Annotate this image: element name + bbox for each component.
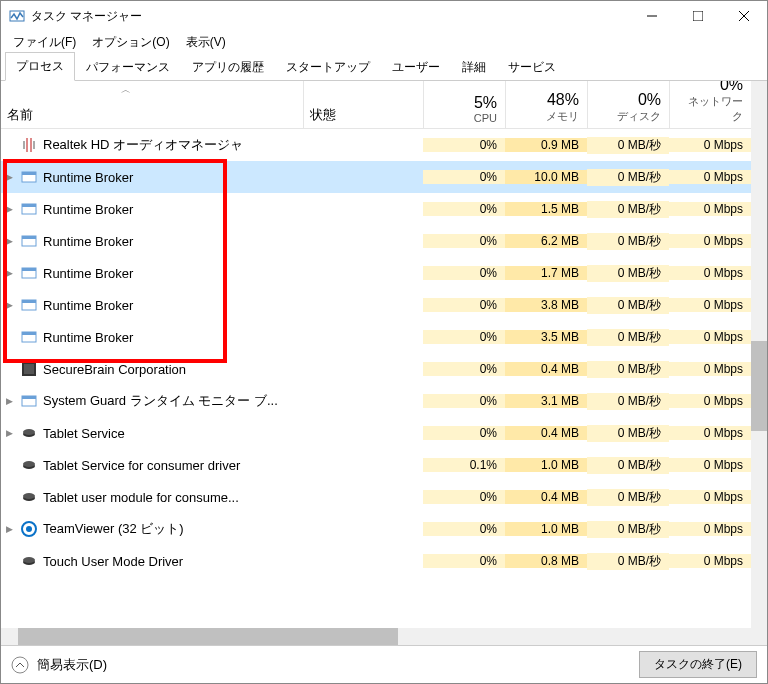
scrollbar-thumb[interactable]	[751, 341, 767, 431]
process-list[interactable]: Realtek HD オーディオマネージャ0%0.9 MB0 MB/秒0 Mbp…	[1, 129, 751, 628]
expand-icon[interactable]: ▶	[1, 236, 17, 246]
process-row[interactable]: SecureBrain Corporation0%0.4 MB0 MB/秒0 M…	[1, 353, 751, 385]
scrollbar-thumb[interactable]	[18, 628, 398, 645]
menu-options[interactable]: オプション(O)	[86, 32, 175, 53]
memory-cell: 10.0 MB	[505, 170, 587, 184]
column-status[interactable]: 状態	[303, 81, 423, 128]
cpu-cell: 0%	[423, 202, 505, 216]
tab-users[interactable]: ユーザー	[381, 53, 451, 81]
expand-icon[interactable]: ▶	[1, 204, 17, 214]
process-icon	[21, 553, 37, 569]
process-name: Runtime Broker	[43, 202, 303, 217]
network-cell: 0 Mbps	[669, 394, 751, 408]
expand-icon[interactable]: ▶	[1, 172, 17, 182]
process-name: Runtime Broker	[43, 330, 303, 345]
process-icon	[21, 457, 37, 473]
process-icon	[21, 201, 37, 217]
process-name: Touch User Mode Driver	[43, 554, 303, 569]
column-network[interactable]: 0%ネットワーク	[669, 81, 751, 128]
collapse-icon[interactable]	[11, 656, 29, 674]
process-icon	[21, 361, 37, 377]
expand-icon[interactable]: ▶	[1, 268, 17, 278]
cpu-cell: 0%	[423, 330, 505, 344]
cpu-cell: 0%	[423, 426, 505, 440]
svg-rect-10	[22, 172, 36, 175]
process-icon	[21, 425, 37, 441]
column-disk[interactable]: 0%ディスク	[587, 81, 669, 128]
memory-cell: 6.2 MB	[505, 234, 587, 248]
process-name: Runtime Broker	[43, 266, 303, 281]
network-cell: 0 Mbps	[669, 170, 751, 184]
tab-startup[interactable]: スタートアップ	[275, 53, 381, 81]
svg-rect-2	[693, 11, 703, 21]
process-name: TeamViewer (32 ビット)	[43, 520, 303, 538]
title-bar[interactable]: タスク マネージャー	[1, 1, 767, 31]
end-task-button[interactable]: タスクの終了(E)	[639, 651, 757, 678]
tab-details[interactable]: 詳細	[451, 53, 497, 81]
expand-icon[interactable]: ▶	[1, 396, 17, 406]
process-row[interactable]: ▶Runtime Broker0%1.7 MB0 MB/秒0 Mbps	[1, 257, 751, 289]
memory-cell: 0.4 MB	[505, 426, 587, 440]
disk-cell: 0 MB/秒	[587, 521, 669, 538]
memory-cell: 0.9 MB	[505, 138, 587, 152]
column-name[interactable]: 名前	[1, 81, 303, 128]
process-name: Runtime Broker	[43, 298, 303, 313]
process-name: Tablet Service	[43, 426, 303, 441]
column-cpu[interactable]: 5%CPU	[423, 81, 505, 128]
expand-icon[interactable]: ▶	[1, 524, 17, 534]
expand-icon[interactable]: ▶	[1, 428, 17, 438]
disk-cell: 0 MB/秒	[587, 169, 669, 186]
cpu-cell: 0%	[423, 298, 505, 312]
expand-icon[interactable]: ▶	[1, 300, 17, 310]
process-row[interactable]: ▶Runtime Broker0%3.8 MB0 MB/秒0 Mbps	[1, 289, 751, 321]
disk-cell: 0 MB/秒	[587, 233, 669, 250]
process-row[interactable]: Tablet user module for consume...0%0.4 M…	[1, 481, 751, 513]
process-row[interactable]: Realtek HD オーディオマネージャ0%0.9 MB0 MB/秒0 Mbp…	[1, 129, 751, 161]
horizontal-scrollbar[interactable]	[1, 628, 751, 645]
vertical-scrollbar[interactable]	[751, 81, 767, 645]
maximize-button[interactable]	[675, 1, 721, 31]
process-row[interactable]: Runtime Broker0%3.5 MB0 MB/秒0 Mbps	[1, 321, 751, 353]
tab-processes[interactable]: プロセス	[5, 52, 75, 81]
menu-file[interactable]: ファイル(F)	[7, 32, 82, 53]
tab-services[interactable]: サービス	[497, 53, 567, 81]
network-cell: 0 Mbps	[669, 554, 751, 568]
fewer-details-link[interactable]: 簡易表示(D)	[37, 656, 107, 674]
close-button[interactable]	[721, 1, 767, 31]
memory-cell: 0.8 MB	[505, 554, 587, 568]
memory-cell: 0.4 MB	[505, 362, 587, 376]
tab-performance[interactable]: パフォーマンス	[75, 53, 181, 81]
menu-view[interactable]: 表示(V)	[180, 32, 232, 53]
network-cell: 0 Mbps	[669, 266, 751, 280]
process-row[interactable]: Tablet Service for consumer driver0.1%1.…	[1, 449, 751, 481]
process-icon	[21, 393, 37, 409]
memory-cell: 1.0 MB	[505, 458, 587, 472]
process-name: SecureBrain Corporation	[43, 362, 303, 377]
process-name: Runtime Broker	[43, 234, 303, 249]
process-name: Realtek HD オーディオマネージャ	[43, 136, 303, 154]
process-row[interactable]: ▶TeamViewer (32 ビット)0%1.0 MB0 MB/秒0 Mbps	[1, 513, 751, 545]
disk-cell: 0 MB/秒	[587, 425, 669, 442]
memory-cell: 1.7 MB	[505, 266, 587, 280]
svg-rect-22	[24, 364, 34, 374]
cpu-cell: 0%	[423, 170, 505, 184]
app-icon	[9, 8, 25, 24]
process-row[interactable]: ▶System Guard ランタイム モニター ブ...0%3.1 MB0 M…	[1, 385, 751, 417]
process-row[interactable]: ▶Runtime Broker0%1.5 MB0 MB/秒0 Mbps	[1, 193, 751, 225]
process-row[interactable]: ▶Runtime Broker0%10.0 MB0 MB/秒0 Mbps	[1, 161, 751, 193]
process-row[interactable]: ▶Tablet Service0%0.4 MB0 MB/秒0 Mbps	[1, 417, 751, 449]
disk-cell: 0 MB/秒	[587, 457, 669, 474]
process-icon	[21, 265, 37, 281]
tab-apphistory[interactable]: アプリの履歴	[181, 53, 275, 81]
menu-bar: ファイル(F) オプション(O) 表示(V)	[1, 31, 767, 53]
cpu-cell: 0%	[423, 362, 505, 376]
column-memory[interactable]: 48%メモリ	[505, 81, 587, 128]
svg-rect-7	[23, 141, 25, 149]
network-cell: 0 Mbps	[669, 426, 751, 440]
process-row[interactable]: Touch User Mode Driver0%0.8 MB0 MB/秒0 Mb…	[1, 545, 751, 577]
svg-rect-8	[33, 141, 35, 149]
process-row[interactable]: ▶Runtime Broker0%6.2 MB0 MB/秒0 Mbps	[1, 225, 751, 257]
svg-rect-12	[22, 204, 36, 207]
cpu-cell: 0%	[423, 522, 505, 536]
minimize-button[interactable]	[629, 1, 675, 31]
